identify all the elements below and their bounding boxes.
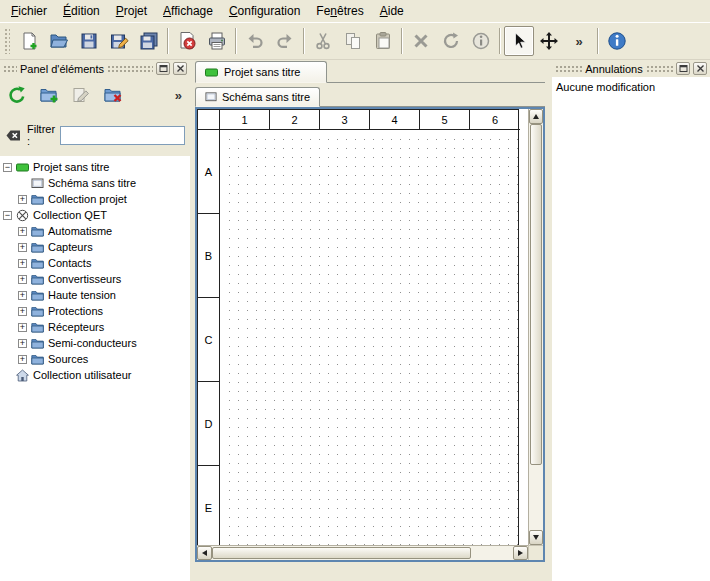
reload-button[interactable] xyxy=(3,81,31,109)
save-as-button[interactable] xyxy=(104,26,134,56)
menu-item-3[interactable]: Projet xyxy=(108,0,155,22)
menu-item-7[interactable]: Aide xyxy=(372,0,412,22)
cut-icon xyxy=(313,31,333,51)
expand-expander[interactable]: + xyxy=(18,275,27,284)
menu-item-6[interactable]: Fenêtres xyxy=(308,0,371,22)
elements-panel-titlebar[interactable]: Panel d'éléments xyxy=(0,60,190,77)
tree-item-9[interactable]: +Haute tension xyxy=(0,287,190,303)
column-headers: 123456 xyxy=(220,110,520,130)
undo-panel-title: Annulations xyxy=(585,63,643,75)
delete-element-button[interactable] xyxy=(99,81,127,109)
close-icon xyxy=(176,64,185,73)
save-all-button[interactable] xyxy=(134,26,164,56)
expand-expander[interactable]: + xyxy=(18,323,27,332)
tree-item-13[interactable]: +Sources xyxy=(0,351,190,367)
vertical-scroll-thumb[interactable] xyxy=(530,124,542,465)
select-button[interactable] xyxy=(504,26,534,56)
column-header: 4 xyxy=(370,110,420,130)
schema-canvas[interactable]: 123456 ABCDE xyxy=(197,109,528,545)
toolbar-separator xyxy=(167,28,169,54)
dock-grip-dots xyxy=(107,65,153,73)
schema-icon xyxy=(205,91,217,103)
expand-expander[interactable]: + xyxy=(18,307,27,316)
collapse-expander[interactable]: − xyxy=(3,163,12,172)
scroll-left-button[interactable] xyxy=(197,546,212,560)
tree-item-8[interactable]: +Convertisseurs xyxy=(0,271,190,287)
tree-item-label: Collection projet xyxy=(48,193,127,205)
tab-schema[interactable]: Schéma sans titre xyxy=(195,87,320,107)
toolbar-separator xyxy=(303,28,305,54)
new-element-icon xyxy=(39,85,59,105)
main-area: Panel d'éléments » Filtrer : −Proje xyxy=(0,60,710,581)
close-document-button[interactable] xyxy=(172,26,202,56)
expand-expander[interactable]: + xyxy=(18,259,27,268)
horizontal-scroll-track[interactable] xyxy=(212,546,513,560)
copy-button xyxy=(338,26,368,56)
sheet-corner xyxy=(198,110,220,130)
tree-item-label: Projet sans titre xyxy=(33,161,109,173)
float-panel-button[interactable] xyxy=(156,62,170,75)
horizontal-scrollbar[interactable] xyxy=(197,545,528,560)
save-button[interactable] xyxy=(74,26,104,56)
close-panel-button[interactable] xyxy=(693,62,707,75)
close-icon xyxy=(696,64,705,73)
tree-item-2[interactable]: Schéma sans titre xyxy=(0,175,190,191)
print-button[interactable] xyxy=(202,26,232,56)
column-header: 6 xyxy=(470,110,520,130)
vertical-scrollbar[interactable] xyxy=(528,109,543,545)
about-button[interactable] xyxy=(602,26,632,56)
print-icon xyxy=(207,31,227,51)
new-element-button[interactable] xyxy=(35,81,63,109)
close-panel-button[interactable] xyxy=(173,62,187,75)
schema-sheet[interactable]: 123456 ABCDE xyxy=(197,109,519,545)
collapse-expander[interactable]: − xyxy=(3,211,12,220)
toolbar-separator xyxy=(499,28,501,54)
scroll-right-button[interactable] xyxy=(513,546,528,560)
clear-filter-button[interactable] xyxy=(5,128,22,143)
tree-item-11[interactable]: +Récepteurs xyxy=(0,319,190,335)
scroll-up-button[interactable] xyxy=(529,109,543,124)
new-document-icon xyxy=(19,31,39,51)
menu-item-4[interactable]: Affichage xyxy=(155,0,221,22)
expand-expander[interactable]: + xyxy=(18,291,27,300)
toolbar-handle[interactable] xyxy=(4,28,10,54)
folder-icon xyxy=(31,257,44,270)
qelectrotech-window: FichierÉditionProjetAffichageConfigurati… xyxy=(0,0,710,581)
expand-expander[interactable]: + xyxy=(18,227,27,236)
tree-item-5[interactable]: +Automatisme xyxy=(0,223,190,239)
float-panel-button[interactable] xyxy=(676,62,690,75)
grid-dots[interactable] xyxy=(221,131,518,545)
undo-panel-titlebar[interactable]: Annulations xyxy=(552,60,710,77)
overflow-chevron-button[interactable]: » xyxy=(564,26,594,56)
expand-expander[interactable]: + xyxy=(18,355,27,364)
tab-project[interactable]: Projet sans titre xyxy=(195,61,327,83)
menu-item-1[interactable]: Fichier xyxy=(3,0,55,22)
float-icon xyxy=(159,64,168,73)
pan-button[interactable] xyxy=(534,26,564,56)
scroll-down-button[interactable] xyxy=(529,530,543,545)
open-project-button[interactable] xyxy=(44,26,74,56)
tree-item-14[interactable]: Collection utilisateur xyxy=(0,367,190,383)
expand-expander[interactable]: + xyxy=(18,339,27,348)
expand-expander[interactable]: + xyxy=(18,243,27,252)
menu-item-2[interactable]: Édition xyxy=(55,0,108,22)
tree-item-3[interactable]: +Collection projet xyxy=(0,191,190,207)
tree-item-7[interactable]: +Contacts xyxy=(0,255,190,271)
filter-input[interactable] xyxy=(60,126,185,145)
filter-row: Filtrer : xyxy=(0,123,190,147)
expand-expander[interactable]: + xyxy=(18,195,27,204)
horizontal-scroll-thumb[interactable] xyxy=(212,547,471,559)
tree-item-4[interactable]: −Collection QET xyxy=(0,207,190,223)
menu-item-5[interactable]: Configuration xyxy=(221,0,308,22)
panel-toolbar-overflow-button[interactable]: » xyxy=(175,88,182,103)
elements-panel-toolbar: » xyxy=(0,77,190,111)
qet-icon xyxy=(16,209,29,222)
redo-icon xyxy=(275,31,295,51)
tree-item-12[interactable]: +Semi-conducteurs xyxy=(0,335,190,351)
tree-item-6[interactable]: +Capteurs xyxy=(0,239,190,255)
column-header: 5 xyxy=(420,110,470,130)
vertical-scroll-track[interactable] xyxy=(529,124,543,530)
tree-item-10[interactable]: +Protections xyxy=(0,303,190,319)
tree-item-1[interactable]: −Projet sans titre xyxy=(0,159,190,175)
new-document-button[interactable] xyxy=(14,26,44,56)
